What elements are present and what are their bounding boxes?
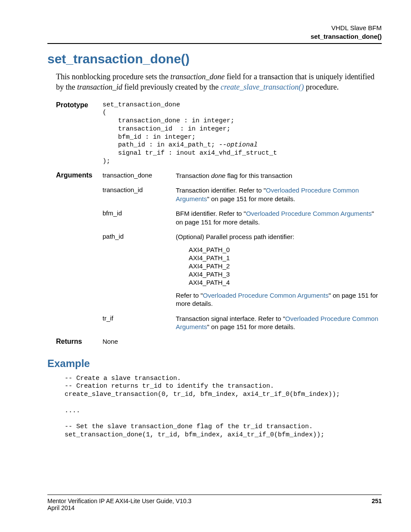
header-line2: set_transaction_done() bbox=[311, 33, 382, 40]
prototype-section: Prototype set_transaction_done ( transac… bbox=[56, 101, 382, 166]
header-rule bbox=[47, 43, 382, 44]
arg-name: transaction_done bbox=[103, 169, 176, 184]
example-heading: Example bbox=[47, 358, 382, 370]
arg-name: path_id bbox=[103, 230, 176, 312]
arg-desc: (Optional) Parallel process path identif… bbox=[176, 230, 378, 312]
table-row: tr_if Transaction signal interface. Refe… bbox=[56, 312, 378, 336]
table-row: Returns None bbox=[56, 336, 378, 350]
arg-desc: Transaction done flag for this transacti… bbox=[176, 169, 378, 184]
arg-desc: Transaction signal interface. Refer to "… bbox=[176, 312, 378, 336]
table-row: path_id (Optional) Parallel process path… bbox=[56, 230, 378, 312]
arguments-label: Arguments bbox=[56, 169, 103, 336]
link-overloaded-args[interactable]: Overloaded Procedure Common Arguments bbox=[203, 292, 329, 299]
prototype-code: set_transaction_done ( transaction_done … bbox=[103, 101, 277, 166]
table-row: bfm_id BFM identifier. Refer to "Overloa… bbox=[56, 207, 378, 230]
path-id-enum: AXI4_PATH_0 AXI4_PATH_1 AXI4_PATH_2 AXI4… bbox=[189, 246, 378, 287]
link-overloaded-args[interactable]: Overloaded Procedure Common Arguments bbox=[246, 210, 372, 217]
page-number: 251 bbox=[372, 498, 382, 511]
arg-desc: BFM identifier. Refer to "Overloaded Pro… bbox=[176, 207, 378, 230]
intro-paragraph: This nonblocking procedure sets the tran… bbox=[56, 72, 382, 93]
link-create-slave-transaction[interactable]: create_slave_transaction() bbox=[221, 83, 304, 91]
footer-left: Mentor Verification IP AE AXI4-Lite User… bbox=[47, 498, 191, 511]
example-code: -- Create a slave transaction. -- Creati… bbox=[65, 375, 382, 439]
prototype-label: Prototype bbox=[56, 101, 103, 109]
running-header: VHDL Slave BFM set_transaction_done() bbox=[47, 24, 382, 40]
arg-desc: Transaction identifier. Refer to "Overlo… bbox=[176, 184, 378, 207]
table-row: transaction_id Transaction identifier. R… bbox=[56, 184, 378, 207]
returns-value: None bbox=[103, 336, 176, 350]
arg-name: tr_if bbox=[103, 312, 176, 336]
table-row: Arguments transaction_done Transaction d… bbox=[56, 169, 378, 184]
arg-name: bfm_id bbox=[103, 207, 176, 230]
returns-label: Returns bbox=[56, 336, 103, 350]
page-footer: Mentor Verification IP AE AXI4-Lite User… bbox=[47, 495, 382, 511]
header-line1: VHDL Slave BFM bbox=[331, 24, 382, 31]
page-title: set_transaction_done() bbox=[47, 52, 382, 66]
arg-name: transaction_id bbox=[103, 184, 176, 207]
arguments-table: Arguments transaction_done Transaction d… bbox=[56, 169, 378, 350]
